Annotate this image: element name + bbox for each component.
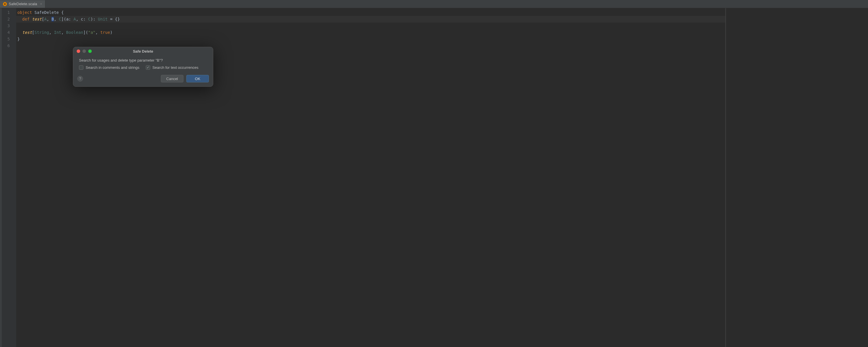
checkbox-label: Search for text occurrences [153,65,198,70]
dialog-options: Search in comments and strings Search fo… [79,65,207,70]
code-line [16,23,725,29]
cancel-button[interactable]: Cancel [161,75,183,83]
line-number: 3 [2,23,16,29]
dialog-message: Search for usages and delete type parame… [79,58,207,62]
dialog-footer: ? Cancel OK [73,72,213,87]
safe-delete-dialog: Safe Delete Search for usages and delete… [73,47,213,87]
tab-filename: SafeDelete.scala [9,2,37,6]
file-tab[interactable]: SafeDelete.scala × [0,0,45,8]
help-icon: ? [79,76,81,81]
dialog-title: Safe Delete [73,49,213,54]
code-line-current: def test[A, B, C](a: A, c: C): Unit = {} [16,16,725,23]
ok-button[interactable]: OK [186,75,209,83]
checkbox-search-comments[interactable]: Search in comments and strings [79,65,140,70]
window-minimize-icon[interactable] [83,50,86,53]
line-number: 1 [2,9,16,16]
window-controls [77,50,92,53]
gutter: 1 2 3 4 5 6 [2,8,16,347]
help-button[interactable]: ? [77,76,83,82]
line-number: 2 [2,16,16,23]
checkbox-search-text[interactable]: Search for text occurrences [146,65,198,70]
svg-point-1 [4,3,5,4]
dialog-body: Search for usages and delete type parame… [73,55,213,72]
scala-file-icon [3,2,7,6]
dialog-titlebar[interactable]: Safe Delete [73,47,213,55]
checkbox-icon [146,65,150,70]
line-number: 5 [2,36,16,42]
checkbox-icon [79,65,83,70]
close-icon[interactable]: × [40,2,42,6]
window-close-icon[interactable] [77,50,80,53]
code-line: test[String, Int, Boolean]("a", true) [16,29,725,36]
tab-bar: SafeDelete.scala × [0,0,868,8]
line-number: 4 [2,29,16,36]
code-line: } [16,36,725,42]
right-panel [726,8,868,347]
window-zoom-icon[interactable] [88,50,92,53]
code-line: object SafeDelete { [16,9,725,16]
checkbox-label: Search in comments and strings [86,65,140,70]
line-number: 6 [2,42,16,49]
